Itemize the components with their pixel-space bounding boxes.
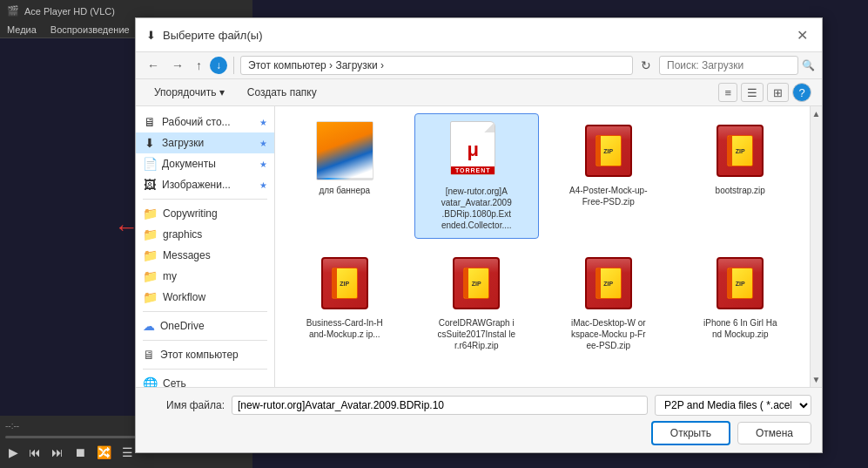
sidebar-item-downloads[interactable]: ⬇ Загрузки ★ <box>136 132 274 153</box>
dialog-footer: Имя файла: P2P and Media files ( *.aceli… <box>136 387 822 452</box>
file-item-a4poster[interactable]: ZIP A4-Poster-Mock-up-Free-PSD.zip <box>546 113 671 239</box>
file-item-bootstrap[interactable]: ZIP bootstrap.zip <box>678 113 804 239</box>
prev-button[interactable]: ⏮ <box>25 444 44 461</box>
bootstrap-filename: bootstrap.zip <box>716 185 765 196</box>
iphonegirl-filename: iPhone 6 In Girl Hand Mockup.zip <box>701 317 779 340</box>
main-scrollbar[interactable]: ▲ ▼ <box>810 106 822 387</box>
open-button[interactable]: Открыть <box>651 421 730 445</box>
banner-filename: для баннера <box>319 185 370 196</box>
playlist-button[interactable]: ☰ <box>118 444 137 461</box>
sidebar-label-images: Изображени... <box>162 179 231 191</box>
view-tiles-button[interactable]: ⊞ <box>767 83 789 102</box>
scroll-down-arrow[interactable]: ▼ <box>810 372 822 387</box>
file-dialog: ⬇ Выберите файл(ы) ✕ ← → ↑ ↓ Этот компью… <box>135 17 823 453</box>
view-details-button[interactable]: ☰ <box>741 83 764 102</box>
search-icon: 🔍 <box>802 59 815 71</box>
player-icon: 🎬 <box>7 5 19 17</box>
pc-icon: 🖥 <box>143 348 155 362</box>
sidebar-label-copywriting: Copywriting <box>163 207 218 220</box>
scroll-up-arrow[interactable]: ▲ <box>810 106 822 121</box>
sidebar: 🖥 Рабочий сто... ★ ⬇ Загрузки ★ 📄 Докуме… <box>136 106 275 387</box>
banner-thumbnail <box>314 120 375 181</box>
address-bar[interactable]: Этот компьютер › Загрузки › <box>240 56 633 75</box>
cancel-button[interactable]: Отмена <box>737 422 811 444</box>
up-button[interactable]: ↑ <box>192 57 206 74</box>
sidebar-item-network[interactable]: 🌐 Сеть <box>136 373 274 387</box>
coreldraw-filename: CorelDRAWGraph icsSuite2017Instal ler.r6… <box>437 317 515 351</box>
file-item-imac[interactable]: ZIP iMac-Desktop-W orkspace-Mocku p-Free… <box>546 246 671 358</box>
sidebar-item-messages[interactable]: 📁 Messages <box>136 245 274 266</box>
file-item-iphonegirl[interactable]: ZIP iPhone 6 In Girl Hand Mockup.zip <box>678 246 804 358</box>
a4poster-filename: A4-Poster-Mock-up-Free-PSD.zip <box>569 185 648 207</box>
sidebar-item-my[interactable]: 📁 my <box>136 266 274 287</box>
dialog-body: 🖥 Рабочий сто... ★ ⬇ Загрузки ★ 📄 Докуме… <box>136 106 822 387</box>
downloads-pin: ★ <box>259 139 267 148</box>
menu-playback[interactable]: Воспроизведение <box>50 24 130 35</box>
file-item-coreldraw[interactable]: ZIP CorelDRAWGraph icsSuite2017Instal le… <box>414 246 540 358</box>
folder-my-icon: 📁 <box>143 269 158 283</box>
footer-buttons: Открыть Отмена <box>146 421 811 445</box>
network-icon: 🌐 <box>143 376 158 387</box>
imac-icon: ZIP <box>578 253 639 314</box>
refresh-button[interactable]: ↻ <box>636 57 656 74</box>
documents-pin: ★ <box>259 159 267 169</box>
sidebar-label-onedrive: OneDrive <box>160 320 205 332</box>
sidebar-item-images[interactable]: 🖼 Изображени... ★ <box>136 174 274 195</box>
sidebar-label-downloads: Загрузки <box>162 137 204 149</box>
help-button[interactable]: ? <box>792 83 811 102</box>
file-item-businesscard[interactable]: ZIP Business-Card-In-Hand-Mockup.z ip... <box>282 246 407 358</box>
images-icon: 🖼 <box>143 178 157 192</box>
sidebar-sep-1 <box>143 199 267 200</box>
files-grid: для баннера μ TORRENT [new-rutor.org]Ava… <box>275 106 810 387</box>
businesscard-filename: Business-Card-In-Hand-Mockup.z ip... <box>306 317 384 340</box>
file-item-banner[interactable]: для баннера <box>282 113 407 239</box>
view-list-button[interactable]: ≡ <box>718 83 737 102</box>
torrent-icon-wrapper: μ TORRENT <box>446 121 507 182</box>
filename-input[interactable] <box>232 396 648 415</box>
sidebar-label-workflow: Workflow <box>163 291 205 303</box>
download-button[interactable]: ↓ <box>210 57 227 74</box>
menu-media[interactable]: Медиа <box>7 24 37 35</box>
a4poster-icon: ZIP <box>578 120 639 181</box>
sidebar-item-workflow[interactable]: 📁 Workflow <box>136 287 274 308</box>
stop-button[interactable]: ⏹ <box>71 444 90 461</box>
filetype-select[interactable]: P2P and Media files ( *.acelive * <box>655 395 811 416</box>
search-input[interactable] <box>659 56 798 75</box>
sidebar-sep-4 <box>143 369 267 370</box>
file-item-torrent[interactable]: μ TORRENT [new-rutor.org]Avatar_Avatar.2… <box>414 113 540 239</box>
dialog-close-button[interactable]: ✕ <box>792 25 811 44</box>
sidebar-item-copywriting[interactable]: 📁 Copywriting <box>136 203 274 224</box>
sidebar-item-thispc[interactable]: 🖥 Этот компьютер <box>136 344 274 365</box>
sidebar-label-messages: Messages <box>163 249 211 261</box>
sidebar-label-desktop: Рабочий сто... <box>162 116 231 128</box>
sidebar-item-graphics[interactable]: 📁 graphics <box>136 224 274 245</box>
forward-button[interactable]: → <box>167 57 188 74</box>
breadcrumb-text: Этот компьютер › Загрузки › <box>248 59 384 71</box>
documents-icon: 📄 <box>143 157 157 171</box>
iphonegirl-icon: ZIP <box>710 253 770 314</box>
imac-filename: iMac-Desktop-W orkspace-Mocku p-Free-PSD… <box>569 317 648 351</box>
dialog-titlebar: ⬇ Выберите файл(ы) ✕ <box>136 18 822 52</box>
sidebar-sep-2 <box>143 311 267 312</box>
sidebar-sep-3 <box>143 340 267 341</box>
sidebar-item-desktop[interactable]: 🖥 Рабочий сто... ★ <box>136 112 274 132</box>
organize-button[interactable]: Упорядочить ▾ <box>146 83 232 102</box>
folder-copywriting-icon: 📁 <box>143 207 158 220</box>
mode-button[interactable]: 🔀 <box>93 444 115 461</box>
images-pin: ★ <box>259 180 267 190</box>
sidebar-item-documents[interactable]: 📄 Документы ★ <box>136 153 274 174</box>
next-button[interactable]: ⏭ <box>48 444 67 461</box>
desktop-icon: 🖥 <box>143 115 157 129</box>
sidebar-label-documents: Документы <box>162 158 216 170</box>
toolbar-right: ≡ ☰ ⊞ ? <box>718 83 811 102</box>
play-button[interactable]: ▶ <box>5 444 22 461</box>
sidebar-item-onedrive[interactable]: ☁ OneDrive <box>136 315 274 336</box>
sidebar-label-thispc: Этот компьютер <box>160 349 239 361</box>
dialog-title-area: ⬇ Выберите файл(ы) <box>146 29 262 42</box>
dialog-toolbar: Упорядочить ▾ Создать папку ≡ ☰ ⊞ ? <box>136 79 822 106</box>
toolbar-left: Упорядочить ▾ Создать папку <box>146 83 325 102</box>
folder-graphics-icon: 📁 <box>143 227 158 241</box>
new-folder-button[interactable]: Создать папку <box>239 83 325 102</box>
back-button[interactable]: ← <box>143 57 164 74</box>
sidebar-label-graphics: graphics <box>163 228 202 241</box>
